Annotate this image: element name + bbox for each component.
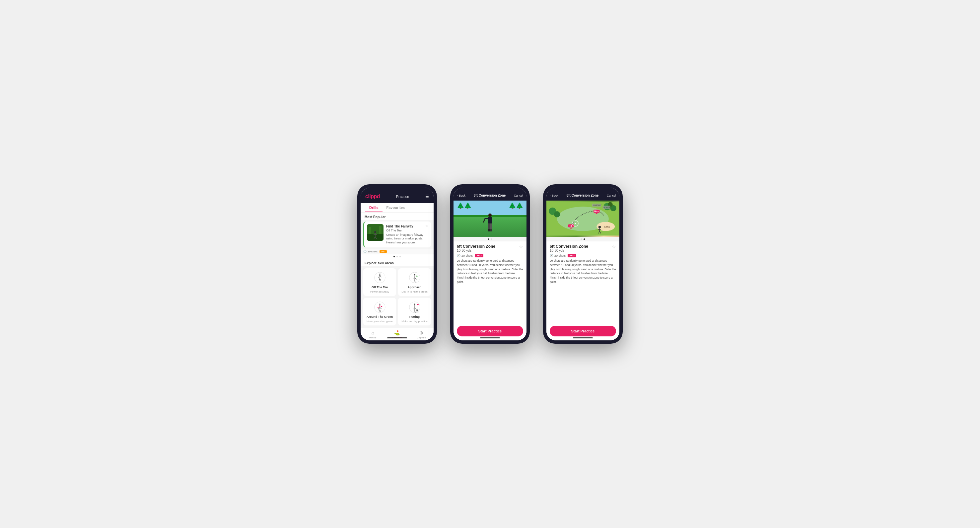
svg-rect-50 bbox=[488, 217, 492, 223]
cancel-button-3[interactable]: Cancel bbox=[607, 194, 616, 197]
svg-rect-54 bbox=[490, 223, 492, 230]
putting-icon-area bbox=[408, 300, 421, 314]
favourite-star-3[interactable]: ☆ bbox=[612, 244, 616, 249]
detail-description-3: 20 shots are randomly generated at dista… bbox=[550, 259, 616, 322]
skill-name-atg: Around The Green bbox=[367, 315, 393, 319]
ott-icon bbox=[374, 272, 386, 284]
dot-1 bbox=[393, 256, 395, 257]
home-icon: ⌂ bbox=[371, 330, 374, 335]
svg-point-35 bbox=[377, 307, 379, 308]
detail-range-3: 10-50 yds bbox=[550, 249, 588, 252]
detail-drill-title-2: 6ft Conversion Zone bbox=[457, 244, 495, 249]
detail-header-title-2: 6ft Conversion Zone bbox=[474, 194, 506, 197]
detail-meta-2: 🕐 20 shots ARG bbox=[457, 254, 523, 257]
skill-desc-putting: Make and lag practice bbox=[401, 320, 427, 323]
dot-2 bbox=[396, 256, 398, 257]
ott-icon-area bbox=[373, 271, 387, 284]
skill-name-ott: Off The Tee bbox=[372, 286, 388, 289]
activities-icon: ⛳ bbox=[394, 330, 400, 335]
arg-badge-3: ARG bbox=[568, 254, 576, 257]
drill-shots: 🕐 10 shots bbox=[363, 250, 377, 253]
svg-line-42 bbox=[415, 308, 416, 309]
cancel-button-2[interactable]: Cancel bbox=[514, 194, 523, 197]
most-popular-label: Most Popular bbox=[361, 212, 434, 220]
svg-line-41 bbox=[413, 308, 414, 309]
svg-point-26 bbox=[417, 275, 417, 276]
bottom-nav: ⌂ Home ⛳ Activities ⊕ Capture bbox=[361, 328, 434, 340]
header-title: Practice bbox=[396, 195, 409, 199]
nav-capture[interactable]: ⊕ Capture bbox=[409, 330, 434, 339]
start-practice-button-2[interactable]: Start Practice bbox=[457, 326, 523, 337]
home-bar-1 bbox=[387, 337, 407, 338]
hamburger-icon[interactable]: ☰ bbox=[425, 194, 429, 199]
phone-3: ‹ Back 6ft Conversion Zone Cancel SAND bbox=[543, 184, 623, 344]
tab-favourites[interactable]: Favourites bbox=[382, 203, 409, 212]
drill-thumb-image bbox=[367, 224, 383, 241]
phone-1: clippd Practice ☰ Drills Favourites Most… bbox=[357, 184, 437, 344]
golfer-svg bbox=[482, 211, 498, 234]
image-dots-3 bbox=[546, 237, 619, 241]
skill-card-ott[interactable]: Off The Tee Power accuracy bbox=[363, 268, 396, 296]
start-practice-button-3[interactable]: Start Practice bbox=[550, 326, 616, 337]
favourite-star-icon[interactable]: ☆ bbox=[425, 224, 428, 228]
drill-meta: 🕐 10 shots OTT bbox=[361, 249, 434, 254]
ott-badge: OTT bbox=[380, 250, 387, 253]
detail-body-3: 6ft Conversion Zone 10-50 yds ☆ 🕐 20 sho… bbox=[546, 241, 619, 340]
svg-point-17 bbox=[379, 273, 380, 274]
nav-capture-label: Capture bbox=[417, 336, 426, 339]
skill-card-approach[interactable]: Approach Dial-in to hit the green bbox=[398, 268, 431, 296]
svg-line-44 bbox=[415, 311, 416, 313]
approach-icon-area bbox=[408, 271, 421, 284]
nav-home[interactable]: ⌂ Home bbox=[361, 330, 385, 339]
svg-point-78 bbox=[598, 226, 601, 228]
back-chevron-icon: ‹ bbox=[457, 194, 458, 197]
svg-point-19 bbox=[414, 274, 415, 275]
detail-description-2: 20 shots are randomly generated at dista… bbox=[457, 259, 523, 322]
favourite-star-2[interactable]: ☆ bbox=[519, 244, 523, 249]
featured-drill-card[interactable]: Find The Fairway Off The Tee Create an i… bbox=[363, 222, 431, 247]
svg-line-11 bbox=[378, 274, 380, 278]
carousel-dots bbox=[361, 254, 434, 259]
trees-right: 🌲🌲 bbox=[509, 202, 523, 209]
phone-3-notch bbox=[573, 188, 593, 190]
skill-card-atg[interactable]: Around The Green Hone your short game bbox=[363, 298, 396, 325]
drill-subtitle: Off The Tee bbox=[386, 229, 428, 233]
capture-icon: ⊕ bbox=[419, 330, 423, 335]
svg-text:FAIRWAY: FAIRWAY bbox=[593, 204, 601, 207]
skill-name-approach: Approach bbox=[407, 286, 421, 289]
approach-icon bbox=[409, 272, 421, 284]
svg-rect-48 bbox=[417, 304, 419, 305]
svg-line-52 bbox=[484, 219, 485, 222]
detail-meta-3: 🕐 20 shots ARG bbox=[550, 254, 616, 257]
svg-rect-56 bbox=[490, 229, 492, 231]
shots-2: 🕐 20 shots bbox=[457, 254, 473, 257]
shots-3: 🕐 20 shots bbox=[550, 254, 566, 257]
atg-icon bbox=[374, 301, 386, 313]
detail-drill-title-3: 6ft Conversion Zone bbox=[550, 244, 588, 249]
img-dot-3-2 bbox=[584, 238, 585, 240]
tabs-bar: Drills Favourites bbox=[361, 203, 434, 212]
tab-drills[interactable]: Drills bbox=[365, 203, 382, 212]
atg-icon-area bbox=[373, 300, 387, 314]
back-button-3[interactable]: ‹ Back bbox=[550, 194, 558, 197]
clock-icon: 🕐 bbox=[363, 250, 367, 253]
svg-line-43 bbox=[414, 311, 415, 313]
drill-description: Create an imaginary fairway using trees … bbox=[386, 233, 428, 245]
back-button-2[interactable]: ‹ Back bbox=[457, 194, 465, 197]
svg-line-23 bbox=[414, 281, 415, 282]
svg-text:Hit: Hit bbox=[569, 225, 572, 227]
skill-card-putting[interactable]: Putting Make and lag practice bbox=[398, 298, 431, 325]
phones-container: clippd Practice ☰ Drills Favourites Most… bbox=[357, 184, 623, 344]
clippd-logo: clippd bbox=[365, 194, 380, 199]
svg-line-22 bbox=[415, 278, 416, 279]
arg-badge-2: ARG bbox=[475, 254, 484, 257]
svg-rect-2 bbox=[369, 227, 371, 234]
skill-desc-ott: Power accuracy bbox=[370, 290, 389, 293]
svg-text:SAND: SAND bbox=[604, 226, 611, 228]
dot-3 bbox=[399, 256, 401, 257]
image-dots-2 bbox=[453, 237, 527, 241]
svg-rect-55 bbox=[488, 229, 490, 231]
skill-name-putting: Putting bbox=[409, 315, 420, 319]
phone-1-screen: clippd Practice ☰ Drills Favourites Most… bbox=[361, 188, 434, 340]
svg-point-77 bbox=[574, 223, 576, 224]
